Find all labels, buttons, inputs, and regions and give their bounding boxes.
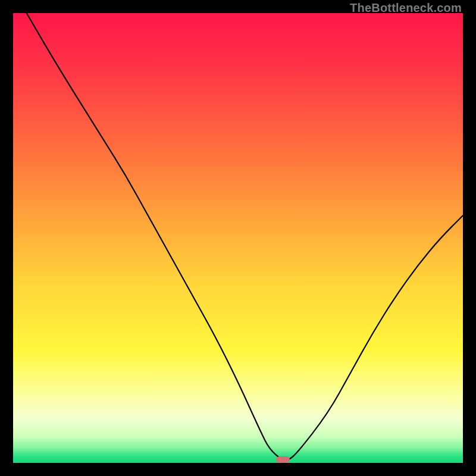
chart-frame: TheBottleneck.com	[0, 0, 476, 476]
svg-rect-0	[13, 13, 463, 463]
optimal-marker	[276, 456, 290, 463]
plot-area	[13, 13, 463, 463]
background-gradient	[13, 13, 463, 463]
